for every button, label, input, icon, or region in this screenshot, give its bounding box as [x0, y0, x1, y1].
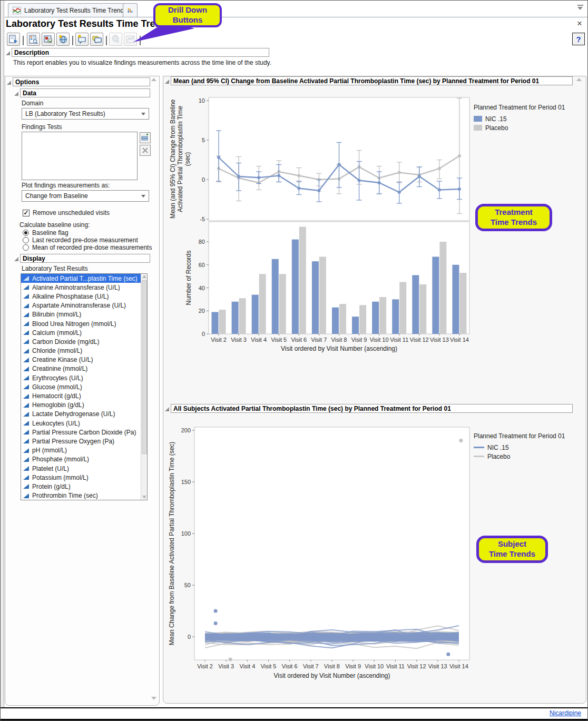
study-link[interactable]: Nicardipine	[550, 709, 581, 717]
lab-test-label: Potassium (mmol/L)	[32, 474, 89, 481]
treatment-chart-title: Mean (and 95% CI) Change from Baseline A…	[171, 76, 573, 85]
subjects-chart-title: All Subjects Activated Partial Thrombopl…	[171, 404, 573, 413]
tab-drilldown-report[interactable]	[123, 3, 138, 17]
display-section-header[interactable]: Display	[14, 254, 150, 263]
disclosure-triangle-icon[interactable]	[14, 92, 18, 96]
svg-text:0: 0	[188, 634, 191, 640]
view-notes-button[interactable]	[90, 33, 103, 46]
lab-test-item[interactable]: Creatinine (mmol/L)	[21, 364, 147, 373]
lab-test-item[interactable]: Alkaline Phosphatase (U/L)	[21, 292, 147, 301]
lab-test-item[interactable]: Blood Urea Nitrogen (mmol/L)	[21, 319, 147, 328]
lab-test-label: Activated Partial T...plastin Time (sec)	[32, 275, 138, 282]
lab-test-item[interactable]: pH (mmol/L)	[21, 446, 147, 455]
open-data-table-button[interactable]	[7, 33, 20, 46]
legend-entry[interactable]: Placebo	[474, 452, 565, 461]
svg-text:Visit 12: Visit 12	[407, 663, 426, 669]
remove-visits-checkbox[interactable]: ✓	[23, 210, 30, 216]
remove-findings-test-button[interactable]	[140, 145, 151, 156]
lab-test-item[interactable]: Phosphate (mmol/L)	[21, 455, 147, 464]
save-image-button[interactable]	[42, 33, 55, 46]
lab-test-item[interactable]: Prothrombin Time (sec)	[21, 491, 147, 500]
treatment-legend: Planned Treatment for Period 01NIC .15Pl…	[474, 104, 565, 132]
lab-test-label: Partial Pressure Carbon Dioxide (Pa)	[32, 429, 136, 436]
lab-test-item[interactable]: Calcium (mmol/L)	[21, 328, 147, 337]
lab-test-item[interactable]: Alanine Aminotransferase (U/L)	[21, 283, 147, 292]
radio-button[interactable]	[23, 237, 29, 243]
lab-test-item[interactable]: Leukocytes (U/L)	[21, 419, 147, 428]
legend-entry[interactable]: NIC .15	[474, 114, 565, 123]
scroll-up-icon[interactable]	[142, 275, 146, 278]
lab-test-item[interactable]: Bilirubin (mmol/L)	[21, 310, 147, 319]
findings-tests-listbox[interactable]	[22, 132, 138, 180]
disclosure-triangle-icon[interactable]	[7, 81, 11, 85]
tab-lab-results-time-trends[interactable]: Laboratory Test Results Time Trends	[8, 3, 132, 17]
report-options-button[interactable]	[27, 33, 40, 46]
data-section-header[interactable]: Data	[14, 88, 150, 97]
legend-label: Placebo	[485, 124, 508, 132]
add-note-button[interactable]	[75, 33, 89, 46]
lab-test-item[interactable]: Chloride (mmol/L)	[21, 347, 147, 355]
legend-entry[interactable]: NIC .15	[474, 443, 565, 452]
list-scrollbar[interactable]	[141, 274, 147, 500]
triangle-item-icon	[23, 484, 29, 489]
lab-test-item[interactable]: Erythrocytes (U/L)	[21, 373, 147, 382]
data-header-label: Data	[20, 88, 150, 97]
svg-text:Visit 7: Visit 7	[303, 663, 319, 669]
scrollbar-thumb[interactable]	[142, 280, 147, 454]
plot-as-select[interactable]: Change from Baseline	[22, 190, 149, 202]
lab-test-item[interactable]: Potassium (mmol/L)	[21, 473, 147, 482]
lab-test-item[interactable]: Carbon Dioxide (mg/dL)	[21, 337, 147, 346]
lab-test-item[interactable]: Glucose (mmol/L)	[21, 382, 147, 391]
baseline-radio-option[interactable]: Mean of recorded pre-dose measurements	[23, 244, 154, 251]
filter-pin-icon[interactable]	[577, 5, 583, 10]
treatment-chart-header[interactable]: Mean (and 95% CI) Change from Baseline A…	[165, 76, 573, 85]
lab-test-item[interactable]: Hematocrit (g/dL)	[21, 391, 147, 400]
legend-title: Planned Treatment for Period 01	[474, 432, 565, 440]
panel-scroll-up-icon[interactable]	[151, 78, 156, 81]
disclosure-triangle-icon[interactable]	[6, 51, 10, 55]
publish-report-button[interactable]	[56, 33, 70, 46]
add-findings-test-button[interactable]	[140, 132, 151, 143]
panel-scroll-down-icon[interactable]	[151, 697, 156, 700]
tab-label: Laboratory Test Results Time Trends	[24, 7, 127, 14]
disclosure-triangle-icon[interactable]	[165, 407, 169, 411]
close-icon[interactable]: ×	[577, 18, 582, 29]
lab-test-item[interactable]: Platelet (U/L)	[21, 464, 147, 473]
radio-label: Last recorded pre-dose measurement	[32, 236, 138, 244]
svg-text:(sec): (sec)	[184, 152, 191, 166]
disclosure-triangle-icon[interactable]	[165, 80, 169, 84]
triangle-item-icon	[23, 466, 29, 471]
report-options-icon	[29, 35, 38, 44]
domain-select[interactable]: LB (Laboratory Test Results)	[22, 108, 149, 120]
lab-test-item[interactable]: Protein (g/dL)	[21, 482, 147, 491]
scroll-down-icon[interactable]	[142, 496, 146, 499]
drilldown-callout: Drill Down Buttons	[153, 3, 222, 27]
lab-test-item[interactable]: Creatine Kinase (U/L)	[21, 355, 147, 364]
help-button[interactable]: ?	[572, 33, 585, 45]
legend-entry[interactable]: Placebo	[474, 123, 565, 132]
lab-test-item[interactable]: Partial Pressure Carbon Dioxide (Pa)	[21, 428, 147, 437]
lab-test-item[interactable]: Activated Partial T...plastin Time (sec)	[21, 274, 147, 283]
baseline-radio-option[interactable]: Baseline flag	[23, 229, 154, 236]
lab-test-item[interactable]: Lactate Dehydrogenase (U/L)	[21, 410, 147, 419]
lab-test-item[interactable]: Aspartate Aminotransferase (U/L)	[21, 301, 147, 310]
new-note-icon	[77, 35, 87, 44]
triangle-item-icon	[23, 358, 29, 362]
subjects-chart-header[interactable]: All Subjects Activated Partial Thrombopl…	[165, 404, 573, 413]
panel-scroll-up-icon[interactable]	[576, 78, 582, 81]
radio-button[interactable]	[23, 244, 29, 251]
lab-test-item[interactable]: Hemoglobin (g/dL)	[21, 401, 147, 410]
lab-test-item[interactable]: Partial Pressure Oxygen (Pa)	[21, 437, 147, 446]
svg-text:50: 50	[184, 582, 191, 588]
lab-tests-list[interactable]: Activated Partial T...plastin Time (sec)…	[21, 273, 148, 500]
status-bar	[1, 707, 588, 719]
radio-button[interactable]	[23, 230, 29, 236]
description-header[interactable]: Description	[6, 48, 269, 57]
svg-text:Visit 4: Visit 4	[251, 337, 267, 343]
remove-visits-row[interactable]: ✓ Remove unscheduled visits	[23, 209, 110, 216]
baseline-radio-option[interactable]: Last recorded pre-dose measurement	[23, 236, 154, 244]
disclosure-triangle-icon[interactable]	[14, 257, 18, 261]
svg-text:Visit 14: Visit 14	[449, 663, 468, 669]
callout-line: Buttons	[155, 15, 220, 25]
options-section-header[interactable]: Options	[7, 77, 150, 86]
